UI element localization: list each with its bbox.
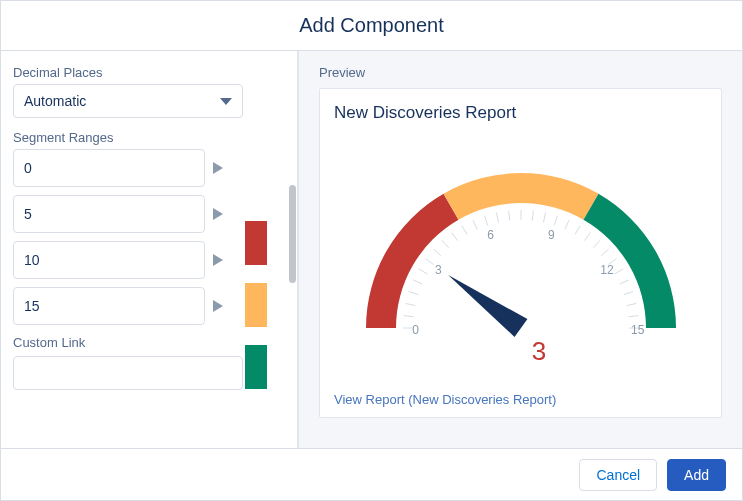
svg-text:0: 0: [412, 323, 419, 337]
segment-input-1[interactable]: [13, 195, 205, 233]
svg-line-33: [628, 315, 638, 316]
svg-line-24: [575, 225, 580, 234]
play-icon[interactable]: [213, 208, 223, 220]
scrollbar-thumb[interactable]: [289, 185, 296, 283]
svg-text:3: 3: [531, 336, 545, 366]
svg-line-15: [473, 220, 477, 229]
svg-line-18: [508, 210, 509, 220]
svg-line-9: [418, 269, 427, 274]
svg-text:15: 15: [631, 323, 645, 337]
preview-panel: Preview New Discoveries Report 036912153…: [299, 51, 742, 448]
svg-marker-3: [213, 300, 223, 312]
segment-ranges-label: Segment Ranges: [13, 130, 279, 145]
svg-line-17: [496, 212, 498, 222]
svg-text:9: 9: [547, 227, 554, 241]
custom-link-input[interactable]: [13, 356, 243, 390]
svg-line-32: [626, 303, 636, 305]
svg-line-8: [413, 280, 422, 284]
svg-line-12: [442, 240, 449, 247]
svg-line-5: [403, 315, 413, 316]
config-panel: Decimal Places Automatic Segment Ranges: [1, 51, 299, 448]
svg-text:3: 3: [435, 263, 442, 277]
svg-text:6: 6: [487, 227, 494, 241]
modal-body: Decimal Places Automatic Segment Ranges: [1, 51, 742, 448]
segment-row: [13, 241, 279, 279]
add-component-modal: Add Component Decimal Places Automatic S…: [0, 0, 743, 501]
svg-line-25: [584, 232, 590, 240]
segment-input-3[interactable]: [13, 287, 205, 325]
svg-line-27: [601, 249, 608, 256]
modal-title: Add Component: [299, 14, 444, 37]
svg-line-30: [619, 280, 628, 284]
segment-color-swatch-yellow[interactable]: [245, 283, 267, 327]
svg-line-26: [593, 240, 600, 247]
svg-line-11: [433, 249, 440, 256]
svg-line-31: [623, 291, 633, 294]
segment-row: [13, 149, 279, 187]
play-icon[interactable]: [213, 300, 223, 312]
svg-line-20: [532, 210, 533, 220]
svg-line-7: [408, 291, 418, 294]
svg-marker-41: [448, 275, 527, 337]
preview-label: Preview: [319, 65, 722, 80]
modal-footer: Cancel Add: [1, 448, 742, 500]
segment-row: [13, 287, 279, 325]
cancel-button[interactable]: Cancel: [579, 459, 657, 491]
svg-line-21: [543, 212, 545, 222]
svg-line-6: [405, 303, 415, 305]
svg-line-10: [425, 258, 433, 264]
segment-input-0[interactable]: [13, 149, 205, 187]
add-button[interactable]: Add: [667, 459, 726, 491]
preview-card: New Discoveries Report 036912153 View Re…: [319, 88, 722, 418]
svg-line-14: [462, 225, 467, 234]
segment-row: [13, 195, 279, 233]
segment-color-swatch-green[interactable]: [245, 345, 267, 389]
caret-down-icon: [220, 98, 232, 105]
segment-color-swatch-red[interactable]: [245, 221, 267, 265]
svg-marker-2: [213, 254, 223, 266]
modal-header: Add Component: [1, 1, 742, 51]
decimal-places-select[interactable]: Automatic: [13, 84, 243, 118]
svg-line-22: [554, 215, 557, 225]
svg-marker-1: [213, 208, 223, 220]
svg-line-23: [564, 220, 568, 229]
segment-input-2[interactable]: [13, 241, 205, 279]
svg-marker-0: [213, 162, 223, 174]
play-icon[interactable]: [213, 162, 223, 174]
decimal-places-label: Decimal Places: [13, 65, 279, 80]
preview-title: New Discoveries Report: [334, 103, 707, 123]
custom-link-label: Custom Link: [13, 335, 279, 350]
svg-line-13: [451, 232, 457, 240]
decimal-places-value: Automatic: [24, 93, 86, 109]
svg-line-16: [484, 215, 487, 225]
svg-line-29: [614, 269, 623, 274]
svg-text:12: 12: [600, 263, 614, 277]
view-report-link[interactable]: View Report (New Discoveries Report): [334, 392, 707, 407]
play-icon[interactable]: [213, 254, 223, 266]
gauge-chart: 036912153: [334, 127, 707, 388]
